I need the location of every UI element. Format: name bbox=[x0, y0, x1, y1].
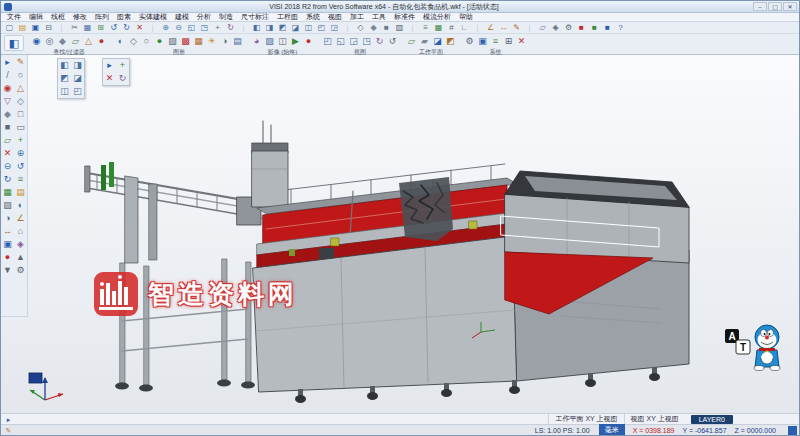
animation-icon[interactable]: ▶ bbox=[289, 35, 302, 47]
workplane-xy-icon[interactable]: ▱ bbox=[405, 35, 418, 47]
zoom-in-icon[interactable]: ⊕ bbox=[159, 22, 172, 33]
maximize-button[interactable]: ▢ bbox=[768, 2, 782, 11]
shaded-mode-icon[interactable]: ◆ bbox=[367, 22, 380, 33]
menu-item[interactable]: 标准件 bbox=[390, 12, 419, 22]
undo-op-icon[interactable]: ↺ bbox=[14, 160, 27, 173]
menu-item[interactable]: 线框 bbox=[47, 12, 69, 22]
fill-icon[interactable]: ● bbox=[1, 251, 14, 264]
copy-icon[interactable]: ▦ bbox=[81, 22, 94, 33]
print-icon[interactable]: ⊟ bbox=[42, 22, 55, 33]
solid-blue-icon[interactable]: ■ bbox=[601, 22, 614, 33]
edit-note-icon[interactable]: ✎ bbox=[3, 426, 14, 435]
left-conveyor[interactable] bbox=[85, 162, 261, 392]
slot-icon[interactable]: ▭ bbox=[14, 121, 27, 134]
circle-icon[interactable]: ○ bbox=[14, 69, 27, 82]
grid-icon[interactable]: ▦ bbox=[432, 22, 445, 33]
transparency-icon[interactable]: ▨ bbox=[166, 35, 179, 47]
view-back-icon[interactable]: ◨ bbox=[263, 22, 276, 33]
layer-badge[interactable]: LAYER0 bbox=[691, 415, 733, 424]
filter-faces-icon[interactable]: ▱ bbox=[69, 35, 82, 47]
view-bottom-icon[interactable]: ◪ bbox=[71, 72, 84, 85]
view-left-icon[interactable]: ◰ bbox=[71, 85, 84, 98]
delete-geometry-icon[interactable]: ✕ bbox=[1, 147, 14, 160]
snapshot-icon[interactable]: ◫ bbox=[276, 35, 289, 47]
view-top-icon[interactable]: ◰ bbox=[321, 35, 334, 47]
add-icon[interactable]: + bbox=[116, 59, 129, 72]
select-icon[interactable]: ▸ bbox=[1, 56, 14, 69]
distance-icon[interactable]: ↔ bbox=[1, 225, 14, 238]
add-geometry-icon[interactable]: + bbox=[14, 134, 27, 147]
menu-item[interactable]: 制造 bbox=[215, 12, 237, 22]
separator[interactable]: | bbox=[237, 22, 250, 33]
line-icon[interactable]: / bbox=[1, 69, 14, 82]
view-status[interactable]: 视图 XY 上视图 bbox=[624, 414, 685, 424]
filter-edges-icon[interactable]: △ bbox=[82, 35, 95, 47]
home-view-icon[interactable]: ⌂ bbox=[14, 225, 27, 238]
workplane-xz-icon[interactable]: ▰ bbox=[418, 35, 431, 47]
solid-green-icon[interactable]: ■ bbox=[588, 22, 601, 33]
down-icon[interactable]: ▼ bbox=[1, 264, 14, 277]
shrink-icon[interactable]: ⊖ bbox=[1, 160, 14, 173]
paste-icon[interactable]: ⊞ bbox=[94, 22, 107, 33]
shade-half-icon[interactable]: ◐ bbox=[14, 199, 27, 212]
filled-rect-icon[interactable]: ■ bbox=[1, 121, 14, 134]
separator[interactable]: | bbox=[146, 22, 159, 33]
solid-mode-icon[interactable]: ■ bbox=[380, 22, 393, 33]
view-bottom-icon[interactable]: ◪ bbox=[289, 22, 302, 33]
new-file-icon[interactable]: ▢ bbox=[3, 22, 16, 33]
separator[interactable]: | bbox=[471, 22, 484, 33]
render-icon[interactable]: ◕ bbox=[250, 35, 263, 47]
annotate-icon[interactable]: ✎ bbox=[510, 22, 523, 33]
view-rotate-icon[interactable]: ↻ bbox=[373, 35, 386, 47]
menu-item[interactable]: 分析 bbox=[193, 12, 215, 22]
resize-grip[interactable] bbox=[788, 426, 797, 435]
menu-item[interactable]: 实体建模 bbox=[135, 12, 171, 22]
hopper-unit[interactable] bbox=[505, 171, 689, 263]
arc-icon[interactable]: ▽ bbox=[1, 95, 14, 108]
light-icon[interactable]: ☀ bbox=[205, 35, 218, 47]
material-icon[interactable]: ▦ bbox=[192, 35, 205, 47]
offset-icon[interactable]: ⊕ bbox=[14, 147, 27, 160]
solid-icon[interactable]: ◆ bbox=[1, 108, 14, 121]
workplane-align-icon[interactable]: ◩ bbox=[444, 35, 457, 47]
spin-icon[interactable]: ↻ bbox=[116, 72, 129, 85]
texture-icon[interactable]: ▨ bbox=[263, 35, 276, 47]
sketch-icon[interactable]: ✎ bbox=[14, 56, 27, 69]
minimize-button[interactable]: – bbox=[753, 2, 767, 11]
rotate-view-icon[interactable]: ↻ bbox=[224, 22, 237, 33]
menu-item[interactable]: 工具 bbox=[368, 12, 390, 22]
menu-item[interactable]: 加工 bbox=[346, 12, 368, 22]
save-part-icon[interactable]: ▣ bbox=[1, 238, 14, 251]
open-file-icon[interactable]: ▤ bbox=[16, 22, 29, 33]
zoom-window-icon[interactable]: ◱ bbox=[185, 22, 198, 33]
cut-icon[interactable]: ✂ bbox=[68, 22, 81, 33]
workspace-icon[interactable]: ◧ bbox=[4, 35, 24, 51]
filter-solids-icon[interactable]: ◆ bbox=[56, 35, 69, 47]
separator[interactable]: | bbox=[523, 22, 536, 33]
chain-mesh-part[interactable] bbox=[399, 177, 453, 241]
view-iso-icon[interactable]: ◳ bbox=[360, 35, 373, 47]
view-iso-icon[interactable]: ◫ bbox=[58, 85, 71, 98]
menu-item[interactable]: 尺寸标注 bbox=[237, 12, 273, 22]
save-icon[interactable]: ▣ bbox=[29, 22, 42, 33]
menu-item[interactable]: 工程图 bbox=[273, 12, 302, 22]
redo-op-icon[interactable]: ↻ bbox=[1, 173, 14, 186]
zoom-fit-icon[interactable]: ◳ bbox=[198, 22, 211, 33]
view-previous-icon[interactable]: ↺ bbox=[386, 35, 399, 47]
plane-icon[interactable]: ▱ bbox=[1, 134, 14, 147]
workplane-icon[interactable]: ▱ bbox=[536, 22, 549, 33]
measure-angle-icon[interactable]: ∠ bbox=[484, 22, 497, 33]
close-button[interactable]: ✕ bbox=[783, 2, 797, 11]
help-icon[interactable]: ? bbox=[614, 22, 627, 33]
shade-back-icon[interactable]: ◑ bbox=[1, 212, 14, 225]
view-front-icon[interactable]: ◱ bbox=[334, 35, 347, 47]
snap-icon[interactable]: # bbox=[445, 22, 458, 33]
solid-red-icon[interactable]: ■ bbox=[575, 22, 588, 33]
wireframe-icon[interactable]: ◇ bbox=[127, 35, 140, 47]
record-icon[interactable]: ● bbox=[302, 35, 315, 47]
menu-item[interactable]: 帮助 bbox=[455, 12, 477, 22]
point-icon[interactable]: ◉ bbox=[1, 82, 14, 95]
menu-item[interactable]: 文件 bbox=[3, 12, 25, 22]
view-side-icon[interactable]: ◲ bbox=[347, 35, 360, 47]
menu-item[interactable]: 图素 bbox=[113, 12, 135, 22]
